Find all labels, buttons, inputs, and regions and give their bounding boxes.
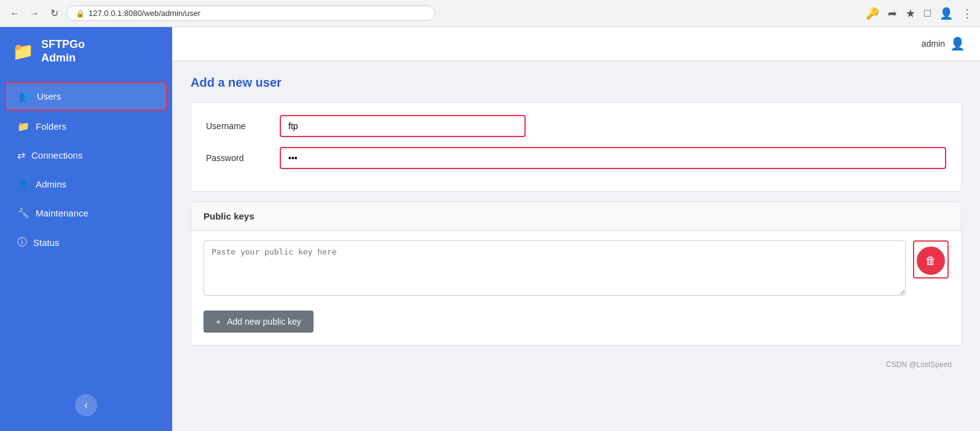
admin-avatar-icon: 👤 [950,36,965,51]
forward-button[interactable]: → [27,6,42,21]
add-key-label: Add new public key [227,317,301,326]
page-title: Add a new user [191,76,962,90]
sidebar-toggle-button[interactable]: ‹ [75,394,97,416]
menu-icon[interactable]: ⋮ [962,7,973,20]
sidebar-nav: 👥 Users 📁 Folders ⇄ Connections 👤 Admins… [0,76,172,431]
add-new-public-key-button[interactable]: + Add new public key [204,310,314,333]
folders-icon: 📁 [17,121,30,132]
delete-key-btn-wrapper: 🗑 [913,240,949,279]
user-form-section: Username Password [191,102,962,192]
share-icon[interactable]: ➦ [888,7,897,20]
logo-text: SFTPGo Admin [41,38,85,65]
url-text: 127.0.0.1:8080/web/admin/user [89,9,200,18]
username-label: Username [206,121,280,131]
sidebar-item-admins-label: Admins [36,179,66,189]
delete-key-button[interactable]: 🗑 [917,247,945,275]
top-bar: admin 👤 [172,27,980,61]
sidebar-item-connections[interactable]: ⇄ Connections [5,142,167,168]
sidebar-item-folders-label: Folders [36,121,66,132]
app-layout: 📁 SFTPGo Admin 👥 Users 📁 Folders ⇄ Conne… [0,27,980,431]
connections-icon: ⇄ [17,149,25,161]
main-content: admin 👤 Add a new user Username Password [172,27,980,431]
sidebar-item-users[interactable]: 👥 Users [5,82,167,111]
lock-icon: 🔒 [76,9,85,18]
plus-icon: + [216,317,221,326]
chevron-left-icon: ‹ [84,400,87,411]
admins-icon: 👤 [17,178,30,190]
reload-button[interactable]: ↻ [47,6,61,21]
maintenance-icon: 🔧 [17,207,30,219]
sidebar-item-maintenance[interactable]: 🔧 Maintenance [5,200,167,226]
password-input[interactable] [280,147,946,169]
sidebar-item-maintenance-label: Maintenance [36,208,89,218]
admin-username-label: admin [922,39,945,49]
logo-icon: 📁 [12,41,34,61]
trash-icon: 🗑 [925,255,936,267]
key-icon[interactable]: 🔑 [866,7,879,20]
page-content: Add a new user Username Password Public … [172,61,980,431]
extensions-icon[interactable]: □ [924,7,931,20]
password-row: Password [206,147,946,169]
sidebar-item-admins[interactable]: 👤 Admins [5,171,167,197]
username-input[interactable] [280,115,526,137]
sidebar-item-status-label: Status [33,237,60,248]
sidebar-item-folders[interactable]: 📁 Folders [5,113,167,140]
address-bar[interactable]: 🔒 127.0.0.1:8080/web/admin/user [66,6,435,21]
browser-chrome: ← → ↻ 🔒 127.0.0.1:8080/web/admin/user 🔑 … [0,0,980,27]
footer-credit: CSDN @LostSpeed [191,355,962,374]
public-key-row: 🗑 [191,231,961,306]
sidebar-logo: 📁 SFTPGo Admin [0,27,172,76]
sidebar-item-users-label: Users [37,91,61,101]
public-keys-section: Public keys 🗑 + Add new public key [191,202,962,346]
public-keys-header: Public keys [191,202,961,231]
admin-user: admin 👤 [922,36,965,51]
public-key-textarea[interactable] [204,240,906,296]
status-icon: ⓘ [17,236,27,249]
sidebar-item-status[interactable]: ⓘ Status [5,229,167,256]
username-row: Username [206,115,946,137]
back-button[interactable]: ← [7,6,22,21]
star-icon[interactable]: ★ [906,7,915,20]
users-icon: 👥 [18,90,31,102]
browser-actions: 🔑 ➦ ★ □ 👤 ⋮ [866,7,973,20]
sidebar: 📁 SFTPGo Admin 👥 Users 📁 Folders ⇄ Conne… [0,27,172,431]
profile-icon[interactable]: 👤 [939,7,953,20]
sidebar-item-connections-label: Connections [31,150,82,160]
password-label: Password [206,153,280,163]
